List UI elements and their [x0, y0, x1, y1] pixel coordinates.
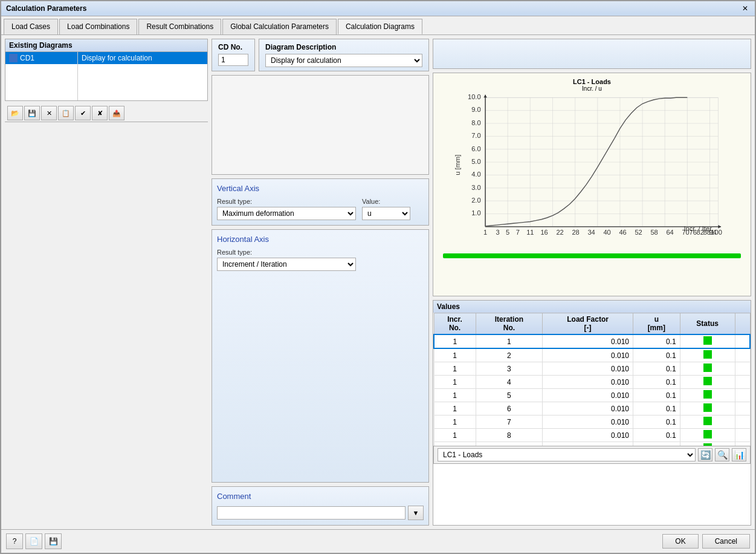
top-right-panel	[433, 39, 751, 69]
incr-no-cell: 1	[434, 334, 476, 348]
svg-text:3.0: 3.0	[471, 184, 480, 191]
svg-text:40: 40	[603, 229, 610, 236]
result-type-field: Result type: Maximum deformation	[217, 198, 356, 220]
footer-right: OK Cancel	[662, 534, 750, 549]
u-cell: 0.1	[633, 334, 680, 348]
list-item[interactable]: CD1	[5, 52, 77, 64]
incr-no-cell: 1	[434, 376, 476, 389]
u-cell: 0.1	[633, 362, 680, 376]
svg-text:5.0: 5.0	[471, 158, 480, 165]
svg-text:2.0: 2.0	[471, 197, 480, 204]
middle-panel: CD No. Diagram Description Display for c…	[212, 39, 429, 526]
remove-button[interactable]: ✘	[92, 106, 108, 120]
value-select[interactable]: u	[362, 207, 410, 220]
tab-result-combinations[interactable]: Result Combinations	[138, 19, 221, 34]
status-indicator	[703, 390, 712, 399]
status-indicator	[703, 336, 712, 345]
status-indicator	[703, 350, 712, 359]
comment-dropdown-btn[interactable]: ▼	[408, 506, 424, 520]
cd-no-input[interactable]	[218, 54, 248, 66]
col-u: u[mm]	[633, 313, 680, 335]
delete-button[interactable]: ✕	[41, 106, 57, 120]
chart-title: LC1 - Loads	[438, 78, 746, 85]
tab-global-calc-params[interactable]: Global Calculation Parameters	[222, 19, 337, 34]
svg-text:46: 46	[619, 229, 626, 236]
diagram-description-section: Diagram Description Display for calculat…	[259, 39, 429, 71]
load-factor-cell: 0.010	[543, 362, 633, 376]
load-factor-cell: 0.010	[543, 416, 633, 429]
extra-cell	[735, 389, 750, 402]
help-button[interactable]: ?	[6, 533, 23, 549]
check-button[interactable]: ✔	[75, 106, 91, 120]
tab-load-combinations[interactable]: Load Combinations	[59, 19, 137, 34]
incr-no-cell: 1	[434, 348, 476, 362]
svg-text:4.0: 4.0	[471, 171, 480, 178]
main-window: Calculation Parameters ✕ Load Cases Load…	[0, 0, 756, 554]
svg-text:1.0: 1.0	[471, 209, 480, 217]
values-section: Values Incr.No. IterationNo. Load Factor…	[433, 300, 751, 526]
status-cell	[680, 389, 735, 402]
result-type-label: Result type:	[217, 198, 356, 205]
status-indicator	[703, 363, 712, 372]
vertical-axis-section: Vertical Axis Result type: Maximum defor…	[212, 178, 429, 226]
export-button[interactable]: 📤	[109, 106, 124, 120]
footer: ? 📄 💾 OK Cancel	[1, 529, 755, 553]
status-indicator	[703, 377, 712, 385]
preview-area	[212, 75, 429, 175]
col-incr-no: Incr.No.	[434, 313, 476, 335]
list-item-name[interactable]: Display for calculation	[78, 52, 207, 64]
cd-no-section: CD No.	[212, 39, 255, 71]
extra-cell	[735, 402, 750, 416]
extra-cell	[735, 416, 750, 429]
tab-load-cases[interactable]: Load Cases	[4, 19, 58, 34]
extra-cell	[735, 334, 750, 348]
close-button[interactable]: ✕	[740, 4, 750, 13]
export-table-button[interactable]: 📊	[732, 448, 746, 461]
diagram-name: Display for calculation	[82, 54, 152, 62]
copy-button[interactable]: 📋	[58, 106, 74, 120]
table-row: 1 6 0.010 0.1	[434, 402, 750, 416]
load-case-select[interactable]: LC1 - Loads	[438, 448, 696, 461]
zoom-button[interactable]: 🔍	[715, 448, 729, 461]
diagram-description-select[interactable]: Display for calculation	[265, 54, 422, 67]
table-row: 1 8 0.010 0.1	[434, 429, 750, 442]
diagram-list: CD1 Display for calculation	[5, 52, 207, 100]
load-factor-cell: 0.010	[543, 389, 633, 402]
settings-button[interactable]: 💾	[45, 533, 62, 549]
info-button[interactable]: 📄	[25, 533, 42, 549]
value-label: Value:	[362, 198, 410, 205]
values-table: Incr.No. IterationNo. Load Factor[-] u[m…	[433, 313, 751, 446]
diagram-toolbar: 📂 💾 ✕ 📋 ✔ ✘ 📤	[5, 105, 208, 122]
u-cell: 0.1	[633, 429, 680, 442]
svg-text:u [mm]: u [mm]	[454, 155, 461, 175]
u-cell: 0.1	[633, 348, 680, 362]
main-content: Existing Diagrams CD1 Display for calcul…	[1, 35, 755, 529]
tab-bar: Load Cases Load Combinations Result Comb…	[1, 16, 755, 35]
comment-row: ▼	[217, 506, 424, 520]
incr-no-cell: 1	[434, 389, 476, 402]
chart-svg: 10.0 9.0 8.0 7.0 6.0 5.0 4.0 3.0 2.0 1.0…	[438, 92, 746, 249]
cancel-button[interactable]: Cancel	[702, 534, 750, 549]
progress-bar	[443, 253, 741, 258]
values-table-wrapper[interactable]: Incr.No. IterationNo. Load Factor[-] u[m…	[433, 313, 751, 446]
ok-button[interactable]: OK	[662, 534, 698, 549]
diagram-icon	[9, 54, 18, 62]
table-row: 1 1 0.010 0.1	[434, 334, 750, 348]
iter-no-cell: 8	[476, 429, 543, 442]
diagram-desc-label: Diagram Description	[265, 43, 422, 51]
save-button[interactable]: 💾	[24, 106, 40, 120]
col-status: Status	[680, 313, 735, 335]
svg-text:11: 11	[526, 229, 534, 236]
right-panel: LC1 - Loads Incr. / u	[433, 39, 751, 526]
svg-text:5: 5	[506, 229, 509, 236]
incr-no-cell: 1	[434, 362, 476, 376]
result-type-select[interactable]: Maximum deformation	[217, 207, 356, 220]
horiz-result-type-select[interactable]: Increment / Iteration	[217, 258, 356, 271]
comment-input[interactable]	[217, 506, 405, 520]
table-row: 1 3 0.010 0.1	[434, 362, 750, 376]
iter-no-cell: 3	[476, 362, 543, 376]
tab-calculation-diagrams[interactable]: Calculation Diagrams	[338, 19, 422, 34]
load-factor-cell: 0.010	[543, 402, 633, 416]
open-button[interactable]: 📂	[7, 106, 23, 120]
refresh-button[interactable]: 🔄	[698, 448, 712, 461]
